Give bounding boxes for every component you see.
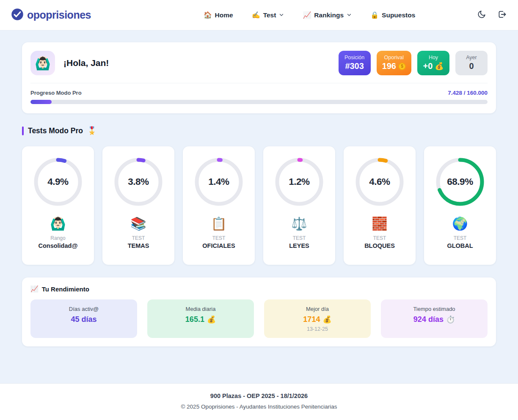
stat-value: 45 días: [71, 315, 96, 324]
stat-date: 13-12-25: [268, 326, 366, 332]
badge-label: Posición: [344, 55, 365, 60]
stat-tiempo-estimado: Tiempo estimado 924 días ⏱️: [381, 299, 488, 338]
brand-name: opoprisiones: [27, 9, 91, 21]
performance-heading: 📈 Tu Rendimiento: [30, 285, 488, 293]
nav-item-home[interactable]: 🏠 Home: [204, 11, 233, 19]
progress-value: 7.428 / 160.000: [448, 90, 488, 96]
section-title: Tests Modo Pro: [28, 126, 83, 135]
badge-value: +0: [423, 61, 433, 71]
card-test-temas[interactable]: 3.8% 📚 TEST TEMAS: [102, 146, 174, 265]
nav-label: Home: [215, 11, 233, 19]
accent-bar: [22, 126, 24, 135]
dark-mode-toggle[interactable]: [477, 10, 486, 20]
greeting-text: ¡Hola, Jan!: [63, 58, 109, 68]
tests-section-heading: Tests Modo Pro 🎖️: [22, 126, 496, 135]
card-name: Consolidad@: [38, 242, 77, 249]
stat-label: Tiempo estimado: [385, 306, 483, 312]
greeting-panel: 🙆🏻‍♂️ ¡Hola, Jan! Posición #303 Oporival…: [22, 42, 496, 113]
footer: 900 Plazas - OEP 2025 - 18/1/2026 © 2025…: [0, 383, 518, 420]
nav-item-test[interactable]: ✍️ Test: [252, 11, 284, 19]
stopwatch-icon: ⏱️: [446, 315, 455, 324]
performance-panel: 📈 Tu Rendimiento Días activ@ 45 días Med…: [22, 277, 496, 346]
stat-label: Mejor día: [268, 306, 366, 312]
ring-percent: 4.9%: [33, 156, 83, 207]
performance-title: Tu Rendimiento: [42, 285, 89, 293]
nav-item-rankings[interactable]: 📈 Rankings: [303, 11, 352, 19]
avatar: 🙆🏻‍♂️: [30, 51, 55, 75]
moon-icon: [477, 10, 486, 20]
card-name: TEMAS: [128, 242, 149, 249]
badge-label: Ayer: [461, 55, 482, 60]
nav-label: Supuestos: [382, 11, 415, 19]
ring-percent: 4.6%: [354, 156, 405, 207]
stat-label: Media diaria: [152, 306, 250, 312]
home-icon: 🏠: [204, 11, 212, 19]
chevron-down-icon: [347, 11, 352, 19]
stat-media-diaria: Media diaria 165.1 💰: [147, 299, 254, 338]
money-bag-icon: 💰: [435, 62, 444, 71]
card-rango[interactable]: 4.9% 🙆🏻‍♂️ Rango Consolidad@: [22, 146, 94, 265]
progress-label: Progreso Modo Pro: [30, 90, 82, 96]
card-test-global[interactable]: 68.9% 🌍 TEST GLOBAL: [424, 146, 496, 265]
badge-posicion: Posición #303: [339, 51, 371, 75]
card-kicker: TEST: [454, 235, 467, 241]
card-kicker: Rango: [50, 235, 65, 241]
stat-value: 1714: [303, 315, 320, 324]
chevron-down-icon: [279, 11, 284, 19]
ring-percent: 1.4%: [193, 156, 244, 207]
badge-oporival: Oporival 196 $: [377, 51, 411, 75]
main-nav: 🏠 Home ✍️ Test 📈 Rankings 🔒 Supuestos: [153, 11, 416, 19]
card-kicker: TEST: [293, 235, 306, 241]
progress-bar: [30, 100, 488, 104]
badge-value: #303: [344, 61, 365, 71]
card-name: LEYES: [289, 242, 309, 249]
chart-increasing-icon: 📈: [30, 285, 39, 293]
main-content: 🙆🏻‍♂️ ¡Hola, Jan! Posición #303 Oporival…: [0, 30, 518, 383]
footer-copyright: © 2025 Opoprisiones - Ayudantes Instituc…: [0, 404, 518, 410]
badge-value: 0: [461, 61, 482, 71]
brand-logo[interactable]: opoprisiones: [11, 8, 91, 22]
ring-percent: 3.8%: [113, 156, 164, 207]
stat-value: 165.1: [185, 315, 204, 324]
money-bag-icon: 💰: [322, 315, 331, 324]
stat-mejor-dia: Mejor día 1714 💰 13-12-25: [264, 299, 371, 338]
card-test-oficiales[interactable]: 1.4% 📋 TEST OFICIALES: [183, 146, 255, 265]
test-cards-grid: 4.9% 🙆🏻‍♂️ Rango Consolidad@ 3.8% 📚 TEST…: [22, 146, 496, 265]
stat-label: Días activ@: [35, 306, 133, 312]
nav-label: Test: [263, 11, 276, 19]
badge-label: Oporival: [382, 55, 406, 60]
person-gesture-icon: 🙆🏻‍♂️: [50, 217, 66, 230]
badge-value: 196: [382, 61, 396, 71]
coin-icon: $: [398, 63, 406, 70]
card-name: BLOQUES: [364, 242, 395, 249]
stat-dias-activo: Días activ@ 45 días: [30, 299, 137, 338]
top-navbar: opoprisiones 🏠 Home ✍️ Test 📈 Rankings 🔒…: [0, 0, 518, 30]
lock-icon: 🔒: [370, 11, 379, 19]
nav-item-supuestos[interactable]: 🔒 Supuestos: [370, 11, 415, 19]
card-test-leyes[interactable]: 1.2% ⚖️ TEST LEYES: [263, 146, 335, 265]
nav-label: Rankings: [314, 11, 344, 19]
logout-button[interactable]: [497, 10, 507, 20]
ring-percent: 1.2%: [274, 156, 325, 207]
badge-ayer: Ayer 0: [455, 51, 488, 75]
progress-bar-fill: [30, 100, 52, 104]
card-test-bloques[interactable]: 4.6% 🧱 TEST BLOQUES: [344, 146, 416, 265]
globe-icon: 🌍: [452, 217, 468, 230]
header-actions: [477, 10, 507, 20]
card-name: GLOBAL: [447, 242, 473, 249]
badge-label: Hoy: [423, 55, 444, 60]
stat-value: 924 días: [413, 315, 444, 324]
ring-percent: 68.9%: [435, 156, 485, 207]
performance-stats: Días activ@ 45 días Media diaria 165.1 💰…: [30, 299, 488, 338]
avatar-emoji: 🙆🏻‍♂️: [35, 56, 50, 71]
writing-hand-icon: ✍️: [252, 11, 260, 19]
card-name: OFICIALES: [202, 242, 235, 249]
clipboard-icon: 📋: [211, 217, 226, 230]
footer-plazas-text: 900 Plazas - OEP 2025 - 18/1/2026: [0, 393, 518, 399]
check-circle-icon: [11, 8, 24, 22]
money-bag-icon: 💰: [207, 315, 216, 324]
card-kicker: TEST: [373, 235, 386, 241]
badge-hoy: Hoy +0 💰: [417, 51, 449, 75]
stat-badges: Posición #303 Oporival 196 $ Hoy +0: [339, 51, 488, 75]
card-kicker: TEST: [132, 235, 145, 241]
